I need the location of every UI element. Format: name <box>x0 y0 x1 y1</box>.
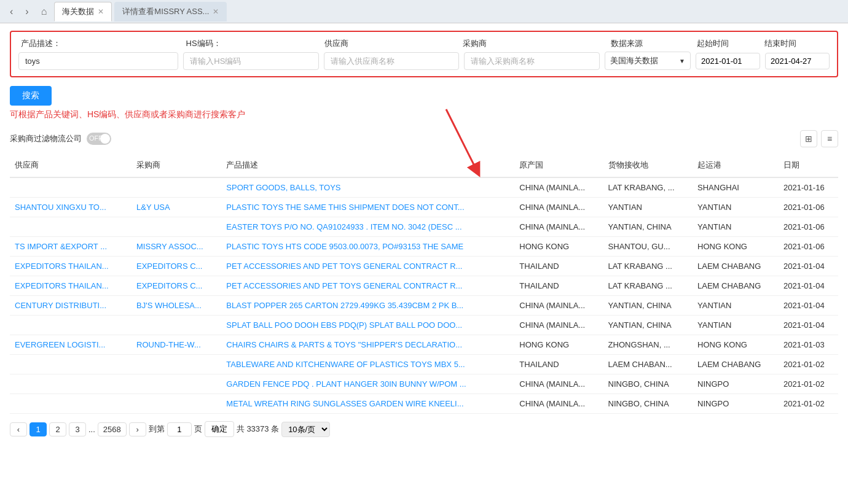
cell-product[interactable]: BLAST POPPER 265 CARTON 2729.499KG 35.43… <box>221 296 514 316</box>
page-1-btn[interactable]: 1 <box>29 422 47 436</box>
cell-port: NINGPO <box>693 394 779 414</box>
cell-origin: CHINA (MAINLA... <box>514 316 603 335</box>
customs-tab-close[interactable]: ✕ <box>98 8 104 15</box>
cell-date: 2021-01-04 <box>779 316 838 335</box>
cell-dest: NINGBO, CHINA <box>603 374 693 394</box>
cell-supplier[interactable]: SHANTOU XINGXU TO... <box>10 198 132 217</box>
logistics-toggle[interactable]: OFF <box>87 133 111 145</box>
cell-buyer[interactable]: BJ'S WHOLESA... <box>132 296 221 316</box>
cell-supplier <box>10 217 132 237</box>
cell-product[interactable]: TABLEWARE AND KITCHENWARE OF PLASTICS TO… <box>221 355 514 374</box>
product-input[interactable] <box>18 52 178 70</box>
hs-label: HS编码： <box>184 38 322 49</box>
cell-date: 2021-01-06 <box>779 198 838 217</box>
buyer-input[interactable] <box>464 52 600 70</box>
hs-input[interactable] <box>183 52 319 70</box>
cell-product[interactable]: SPORT GOODS, BALLS, TOYS <box>221 177 514 198</box>
cell-origin: CHINA (MAINLA... <box>514 177 603 198</box>
datasource-label: 数据来源 <box>608 38 694 49</box>
per-page-select[interactable]: 10条/页 20条/页 50条/页 <box>281 422 330 437</box>
detail-tab-label: 详情查看MISSRY ASS... <box>122 6 209 17</box>
page-3-btn[interactable]: 3 <box>69 422 86 436</box>
table-row: EASTER TOYS P/O NO. QA91024933 . ITEM NO… <box>10 217 838 237</box>
cell-dest: LAT KRABANG ... <box>603 276 693 296</box>
home-btn[interactable]: ⌂ <box>36 4 52 20</box>
cell-buyer[interactable]: MISSRY ASSOC... <box>132 237 221 257</box>
cell-port: NINGPO <box>693 374 779 394</box>
cell-dest: YANTIAN, CHINA <box>603 217 693 237</box>
cell-product[interactable]: METAL WREATH RING SUNGLASSES GARDEN WIRE… <box>221 394 514 414</box>
cell-supplier[interactable]: EVERGREEN LOGISTI... <box>10 335 132 355</box>
cell-supplier <box>10 374 132 394</box>
table-row: EXPEDITORS THAILAN...EXPEDITORS C...PET … <box>10 257 838 276</box>
cell-supplier[interactable]: TS IMPORT &EXPORT ... <box>10 237 132 257</box>
table-row: GARDEN FENCE PDQ . PLANT HANGER 30IN BUN… <box>10 374 838 394</box>
datasource-select[interactable]: 美国海关数据 ▼ <box>605 52 691 70</box>
end-date-input[interactable] <box>765 53 830 69</box>
cell-buyer[interactable]: ROUND-THE-W... <box>132 335 221 355</box>
cell-product[interactable]: CHAIRS CHAIRS & PARTS & TOYS "SHIPPER'S … <box>221 335 514 355</box>
cell-port: YANTIAN <box>693 198 779 217</box>
cell-date: 2021-01-06 <box>779 237 838 257</box>
page-next-btn[interactable]: › <box>129 422 146 436</box>
cell-product[interactable]: PLASTIC TOYS THE SAME THIS SHIPMENT DOES… <box>221 198 514 217</box>
table-row: METAL WREATH RING SUNGLASSES GARDEN WIRE… <box>10 394 838 414</box>
cell-product[interactable]: EASTER TOYS P/O NO. QA91024933 . ITEM NO… <box>221 217 514 237</box>
confirm-btn[interactable]: 确定 <box>205 421 234 437</box>
grid-view-btn[interactable]: ⊞ <box>800 130 817 147</box>
table-row: TABLEWARE AND KITCHENWARE OF PLASTICS TO… <box>10 355 838 374</box>
cell-product[interactable]: GARDEN FENCE PDQ . PLANT HANGER 30IN BUN… <box>221 374 514 394</box>
nav-back-btn[interactable]: ‹ <box>5 4 18 20</box>
cell-buyer[interactable]: EXPEDITORS C... <box>132 276 221 296</box>
detail-tab-close[interactable]: ✕ <box>213 8 219 15</box>
table-row: EVERGREEN LOGISTI...ROUND-THE-W...CHAIRS… <box>10 335 838 355</box>
cell-date: 2021-01-02 <box>779 374 838 394</box>
table-row: TS IMPORT &EXPORT ...MISSRY ASSOC...PLAS… <box>10 237 838 257</box>
page-unit-label: 页 <box>194 424 202 435</box>
start-date-input[interactable] <box>696 53 760 69</box>
cell-supplier[interactable]: EXPEDITORS THAILAN... <box>10 276 132 296</box>
cell-supplier <box>10 316 132 335</box>
cell-date: 2021-01-03 <box>779 335 838 355</box>
end-date-label: 结束时间 <box>762 38 830 49</box>
nav-forward-btn[interactable]: › <box>20 4 33 20</box>
cell-origin: HONG KONG <box>514 237 603 257</box>
cell-date: 2021-01-16 <box>779 177 838 198</box>
cell-buyer[interactable]: L&Y USA <box>132 198 221 217</box>
page-prev-btn[interactable]: ‹ <box>10 422 27 436</box>
cell-port: LAEM CHABANG <box>693 276 779 296</box>
supplier-label: 供应商 <box>322 38 460 49</box>
col-dest: 货物接收地 <box>603 153 693 177</box>
cell-origin: THAILAND <box>514 257 603 276</box>
cell-dest: LAT KRABANG, ... <box>603 177 693 198</box>
page-2-btn[interactable]: 2 <box>49 422 66 436</box>
cell-origin: CHINA (MAINLA... <box>514 198 603 217</box>
cell-supplier[interactable]: EXPEDITORS THAILAN... <box>10 257 132 276</box>
cell-product[interactable]: SPLAT BALL POO DOOH EBS PDQ(P) SPLAT BAL… <box>221 316 514 335</box>
search-button[interactable]: 搜索 <box>10 86 52 106</box>
detail-tab[interactable]: 详情查看MISSRY ASS... ✕ <box>114 2 227 21</box>
cell-port: YANTIAN <box>693 316 779 335</box>
cell-supplier[interactable]: CENTURY DISTRIBUTI... <box>10 296 132 316</box>
cell-product[interactable]: PLASTIC TOYS HTS CODE 9503.00.0073, PO#9… <box>221 237 514 257</box>
cell-buyer[interactable]: EXPEDITORS C... <box>132 257 221 276</box>
cell-dest: YANTIAN, CHINA <box>603 296 693 316</box>
cell-dest: YANTIAN <box>603 198 693 217</box>
cell-product[interactable]: PET ACCESSORIES AND PET TOYS GENERAL CON… <box>221 257 514 276</box>
cell-supplier <box>10 355 132 374</box>
col-product: 产品描述 <box>221 153 514 177</box>
product-label: 产品描述： <box>18 38 184 49</box>
settings-btn[interactable]: ≡ <box>821 130 838 147</box>
goto-label: 到第 <box>149 424 165 435</box>
customs-tab[interactable]: 海关数据 ✕ <box>54 2 112 21</box>
supplier-input[interactable] <box>324 52 460 70</box>
page-last-btn[interactable]: 2568 <box>98 422 127 436</box>
cell-buyer <box>132 316 221 335</box>
cell-port: HONG KONG <box>693 335 779 355</box>
table-row: SHANTOU XINGXU TO...L&Y USAPLASTIC TOYS … <box>10 198 838 217</box>
goto-input[interactable] <box>167 422 192 436</box>
col-date: 日期 <box>779 153 838 177</box>
cell-buyer <box>132 374 221 394</box>
cell-product[interactable]: PET ACCESSORIES AND PET TOYS GENERAL CON… <box>221 276 514 296</box>
col-port: 起运港 <box>693 153 779 177</box>
